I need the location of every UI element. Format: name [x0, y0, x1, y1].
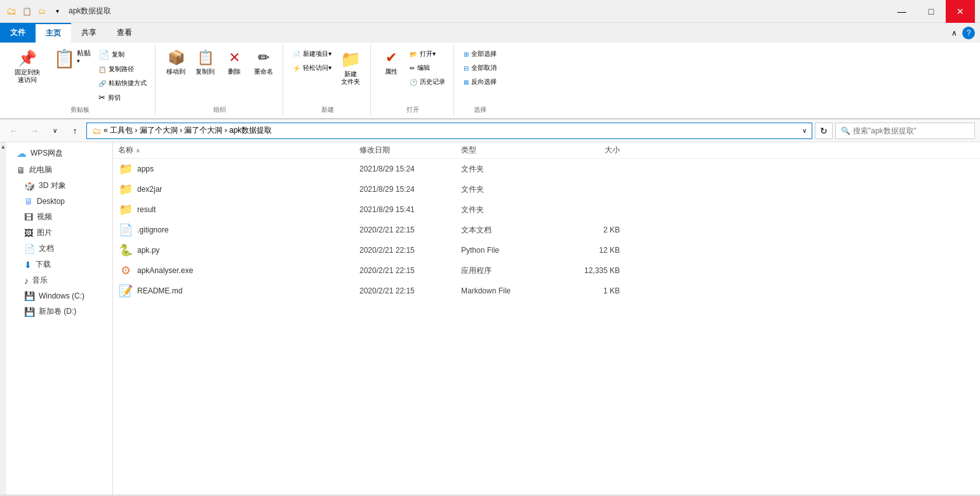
select-group-label: 选择 — [474, 104, 487, 114]
ribbon-tabs: 文件 主页 共享 查看 ∧ ? — [0, 23, 980, 43]
rename-button[interactable]: ✏ 重命名 — [250, 46, 278, 79]
back-button[interactable]: ← — [5, 122, 23, 140]
sidebar-item-downloads[interactable]: ⬇ 下载 — [6, 257, 112, 272]
file-row-dex2jar[interactable]: 📁 dex2jar 2021/8/29 15:24 文件夹 — [113, 179, 980, 199]
file-row-apkAnalyser-exe[interactable]: ⚙ apkAnalyser.exe 2020/2/21 22:15 应用程序 1… — [113, 260, 980, 281]
address-path[interactable]: 🗂 « 工具包 › 漏了个大洞 › 漏了个大洞 › apk数据提取 ∨ — [86, 123, 812, 139]
sidebar-scroll-indicator: ▲ — [0, 142, 6, 495]
file-date: 2020/2/21 22:15 — [359, 225, 461, 234]
file-date: 2020/2/21 22:15 — [359, 266, 461, 275]
sidebar-item-videos[interactable]: 🎞 视频 — [6, 209, 112, 225]
new-folder-button[interactable]: 📁 新建文件夹 — [336, 46, 365, 89]
column-name[interactable]: 名称 ∧ — [118, 145, 359, 156]
sidebar-label-new-volume-d: 新加卷 (D:) — [39, 306, 76, 317]
new-item-button[interactable]: 📄 新建项目▾ — [290, 48, 335, 60]
tab-view[interactable]: 查看 — [107, 23, 142, 43]
move-to-button[interactable]: 📦 移动到 — [162, 46, 190, 79]
open-button[interactable]: 📂 打开▾ — [406, 48, 448, 60]
history-button[interactable]: 🕐 历史记录 — [406, 76, 448, 88]
sidebar-item-documents[interactable]: 📄 文档 — [6, 241, 112, 257]
edit-icon: ✏ — [410, 65, 415, 72]
file-name: result — [137, 205, 156, 214]
pictures-icon: 🖼 — [24, 228, 33, 238]
paste-shortcut-label: 粘贴快捷方式 — [109, 79, 147, 88]
minimize-button[interactable]: — — [887, 0, 916, 23]
copy-path-button[interactable]: 📋 复制路径 — [95, 63, 150, 76]
file-name: .gitignore — [137, 225, 168, 234]
rename-icon: ✏ — [258, 50, 269, 66]
sidebar-item-wps-cloud[interactable]: ☁ WPS网盘 — [6, 145, 112, 162]
file-row-result[interactable]: 📁 result 2021/8/29 15:41 文件夹 — [113, 199, 980, 220]
new-folder-label: 新建文件夹 — [341, 70, 360, 86]
sidebar-item-music[interactable]: ♪ 音乐 — [6, 272, 112, 288]
search-input[interactable] — [853, 126, 969, 135]
music-icon: ♪ — [24, 276, 29, 286]
sidebar-label-music: 音乐 — [32, 275, 48, 286]
copy-path-label: 复制路径 — [109, 65, 134, 74]
search-icon: 🔍 — [841, 126, 850, 135]
tab-file[interactable]: 文件 — [0, 23, 36, 43]
forward-button[interactable]: → — [25, 122, 43, 140]
path-folder-icon: 🗂 — [92, 126, 101, 136]
sidebar-item-3d-objects[interactable]: 🎲 3D 对象 — [6, 178, 112, 194]
close-button[interactable]: ✕ — [946, 0, 975, 23]
ribbon-collapse-icon[interactable]: ∧ — [951, 29, 957, 37]
recent-locations-button[interactable]: ∨ — [46, 122, 64, 140]
pin-to-quick-access-button[interactable]: 📌 固定到快速访问 — [10, 46, 44, 87]
search-box[interactable]: 🔍 — [835, 123, 975, 139]
sidebar-item-desktop[interactable]: 🖥 Desktop — [6, 194, 112, 209]
refresh-button[interactable]: ↻ — [815, 123, 833, 139]
scroll-up-arrow[interactable]: ▲ — [1, 144, 6, 150]
file-type: Python File — [461, 246, 556, 255]
edit-button[interactable]: ✏ 编辑 — [406, 62, 448, 74]
copy-button[interactable]: 📄 复制 — [95, 48, 150, 62]
paste-button[interactable]: 📋 粘贴 ▾ — [50, 46, 94, 71]
col-name-label: 名称 — [118, 145, 133, 156]
open-label: 打开▾ — [420, 50, 436, 58]
sidebar-label-wps-cloud: WPS网盘 — [30, 148, 63, 159]
copy-to-icon: 📋 — [197, 50, 214, 66]
invert-select-button[interactable]: ⊠ 反向选择 — [460, 76, 500, 88]
up-button[interactable]: ↑ — [66, 122, 84, 140]
history-icon: 🕐 — [410, 79, 417, 86]
properties-button[interactable]: ✔ 属性 — [377, 46, 405, 79]
paste-shortcut-button[interactable]: 🔗 粘贴快捷方式 — [95, 77, 150, 90]
select-none-button[interactable]: ⊟ 全部取消 — [460, 62, 500, 74]
sidebar-item-windows-c[interactable]: 💾 Windows (C:) — [6, 288, 112, 304]
tab-share[interactable]: 共享 — [71, 23, 107, 43]
file-date: 2020/2/21 22:15 — [359, 286, 461, 295]
file-name: apps — [137, 164, 154, 173]
column-type[interactable]: 类型 — [461, 145, 556, 156]
paste-shortcut-icon: 🔗 — [98, 80, 106, 87]
copy-to-button[interactable]: 📋 复制到 — [191, 46, 219, 79]
select-all-button[interactable]: ⊞ 全部选择 — [460, 48, 500, 60]
sidebar-item-pictures[interactable]: 🖼 图片 — [6, 225, 112, 241]
delete-icon: ✕ — [229, 50, 240, 66]
file-row-apk-py[interactable]: 🐍 apk.py 2020/2/21 22:15 Python File 12 … — [113, 240, 980, 260]
move-icon: 📦 — [168, 50, 185, 66]
file-area: 名称 ∧ 修改日期 类型 大小 📁 apps 2021/8/29 15:24 文… — [113, 142, 980, 495]
path-dropdown-icon[interactable]: ∨ — [802, 127, 807, 134]
cut-label: 剪切 — [108, 93, 121, 102]
column-date[interactable]: 修改日期 — [359, 145, 461, 156]
ribbon-help-icon[interactable]: ? — [962, 27, 975, 39]
delete-button[interactable]: ✕ 删除 — [220, 46, 248, 79]
file-row-apps[interactable]: 📁 apps 2021/8/29 15:24 文件夹 — [113, 159, 980, 179]
sidebar-item-new-volume-d[interactable]: 💾 新加卷 (D:) — [6, 304, 112, 319]
ribbon-group-open: ✔ 属性 📂 打开▾ ✏ 编辑 🕐 历史记录 — [372, 45, 454, 116]
tab-home[interactable]: 主页 — [36, 23, 71, 43]
file-row-README-md[interactable]: 📝 README.md 2020/2/21 22:15 Markdown Fil… — [113, 281, 980, 301]
file-row--gitignore[interactable]: 📄 .gitignore 2020/2/21 22:15 文本文档 2 KB — [113, 220, 980, 240]
column-size[interactable]: 大小 — [556, 145, 620, 156]
maximize-button[interactable]: □ — [916, 0, 946, 23]
new-item-label: 新建项目▾ — [303, 50, 332, 58]
quick-access-dropdown[interactable]: ▾ — [51, 5, 64, 18]
easy-access-button[interactable]: ⚡ 轻松访问▾ — [290, 62, 335, 74]
title-folder-icon: 🗂 — [5, 5, 18, 18]
sidebar-item-this-pc[interactable]: 🖥 此电脑 — [6, 162, 112, 178]
file-size: 1 KB — [556, 286, 620, 295]
copy-icon: 📄 — [98, 50, 109, 60]
col-date-label: 修改日期 — [359, 145, 390, 154]
ribbon-group-select: ⊞ 全部选择 ⊟ 全部取消 ⊠ 反向选择 选择 — [455, 45, 505, 116]
cut-button[interactable]: ✂ 剪切 — [95, 91, 150, 104]
